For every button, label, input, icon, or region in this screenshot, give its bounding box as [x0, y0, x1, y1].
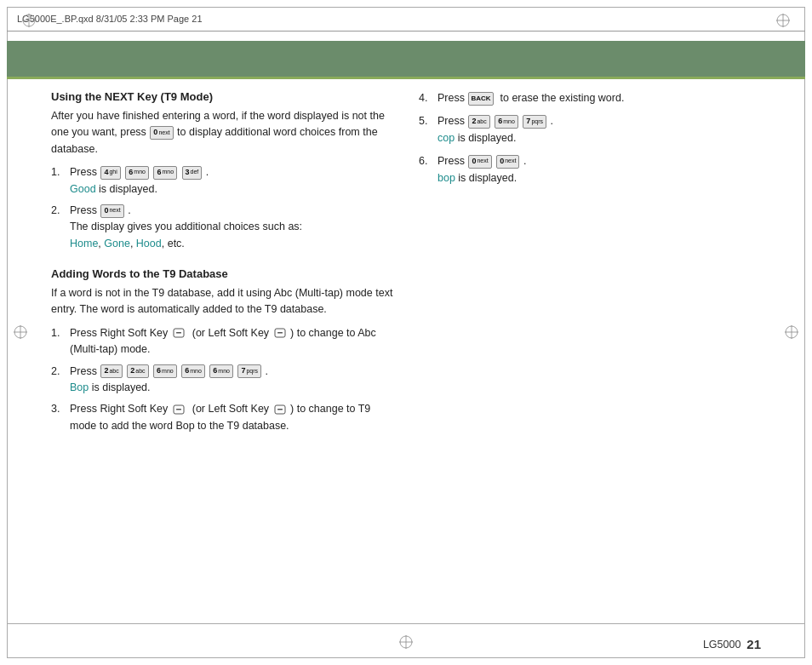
footer-page: 21 — [746, 637, 761, 651]
section2-heading: Adding Words to the T9 Database — [51, 267, 393, 280]
key-6mno-4: 6mno — [181, 364, 205, 378]
section1-para1: After you have finished entering a word,… — [51, 108, 393, 158]
result-bop-upper: Bop — [70, 381, 89, 393]
list-item-s2-1: 1. Press Right Soft Key (or Left Soft Ke… — [51, 325, 393, 358]
green-line — [7, 77, 805, 79]
key-6mno-3: 6mno — [153, 364, 177, 378]
section-adding-words: Adding Words to the T9 Database If a wor… — [51, 267, 393, 434]
key-4ghi: 4ghi — [100, 166, 120, 180]
svg-rect-20 — [176, 409, 181, 410]
footer: LG5000 21 — [51, 637, 761, 651]
key-0next-list: 0next — [100, 204, 123, 218]
bottom-gray-line — [7, 623, 805, 624]
left-soft-key-icon-2 — [274, 404, 286, 416]
file-info: LG5000E_.BP.qxd 8/31/05 2:33 PM Page 21 — [17, 14, 203, 24]
list-item-r-6: 6. Press 0next 0next . bop is displayed. — [419, 153, 761, 186]
result-good: Good — [70, 183, 96, 195]
result-home: Home — [70, 238, 98, 249]
key-0next-inline: 0next — [150, 126, 173, 140]
section2-list: 1. Press Right Soft Key (or Left Soft Ke… — [51, 325, 393, 434]
right-column: 4. Press BACK to erase the existing word… — [419, 90, 761, 614]
right-soft-key-icon-1 — [173, 327, 185, 339]
right-column-list: 4. Press BACK to erase the existing word… — [419, 90, 761, 186]
reg-mark-mid-right — [783, 324, 800, 343]
key-backspace: BACK — [468, 92, 493, 106]
footer-brand: LG5000 — [703, 639, 741, 651]
key-2abc-1: 2abc — [100, 364, 122, 378]
key-2abc-2: 2abc — [127, 364, 148, 378]
key-7pqrs-1: 7pqrs — [237, 364, 261, 378]
svg-rect-16 — [176, 332, 181, 334]
top-gray-line — [7, 31, 805, 32]
header-strip: LG5000E_.BP.qxd 8/31/05 2:33 PM Page 21 — [7, 7, 805, 31]
list-item-r-4: 4. Press BACK to erase the existing word… — [419, 90, 761, 106]
result-hood: Hood — [136, 238, 162, 249]
key-6mno-5: 6mno — [209, 364, 233, 378]
left-column: Using the NEXT Key (T9 Mode) After you h… — [51, 90, 393, 614]
reg-mark-mid-left — [12, 324, 29, 343]
key-2abc-r: 2abc — [468, 115, 489, 129]
key-0next-r1: 0next — [468, 155, 491, 169]
list-item-s2-2: 2. Press 2abc 2abc 6mno 6mno 6mno 7pqrs … — [51, 364, 393, 397]
key-6mno-2: 6mno — [153, 166, 177, 180]
reg-mark-top-right — [775, 12, 792, 32]
svg-rect-22 — [277, 409, 283, 410]
key-7pqrs-r: 7pqrs — [523, 115, 546, 129]
section2-para1: If a word is not in the T9 database, add… — [51, 285, 393, 318]
left-soft-key-icon-1 — [274, 327, 286, 339]
key-6mno-1: 6mno — [125, 166, 149, 180]
key-6mno-r: 6mno — [495, 115, 518, 129]
content-area: Using the NEXT Key (T9 Mode) After you h… — [51, 90, 761, 614]
result-gone: Gone — [104, 238, 130, 249]
list-item-s2-3: 3. Press Right Soft Key (or Left Soft Ke… — [51, 401, 393, 434]
right-soft-key-icon-2 — [173, 404, 185, 416]
reg-mark-top-left — [20, 12, 37, 32]
list-item-2: 2. Press 0next . The display gives you a… — [51, 203, 393, 252]
section-next-key: Using the NEXT Key (T9 Mode) After you h… — [51, 90, 393, 252]
svg-rect-18 — [277, 332, 283, 334]
key-0next-r2: 0next — [496, 155, 519, 169]
result-cop: cop — [437, 132, 455, 144]
result-bop-lower: bop — [437, 172, 455, 184]
key-3def: 3def — [182, 166, 203, 180]
section1-heading: Using the NEXT Key (T9 Mode) — [51, 90, 393, 103]
list-item-r-5: 5. Press 2abc 6mno 7pqrs . cop is displa… — [419, 113, 761, 146]
green-accent-bar — [7, 41, 805, 77]
list-item-1: 1. Press 4ghi 6mno 6mno 3def . Good is d… — [51, 164, 393, 198]
section1-list: 1. Press 4ghi 6mno 6mno 3def . Good is d… — [51, 164, 393, 252]
